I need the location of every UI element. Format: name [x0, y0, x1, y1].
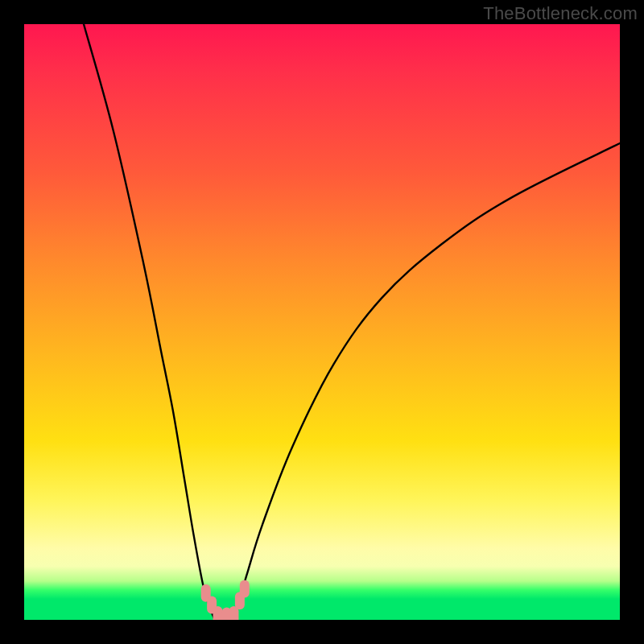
chart-curves-svg: [24, 24, 620, 620]
bottom-markers: [201, 580, 250, 620]
chart-frame: TheBottleneck.com: [0, 0, 644, 644]
chart-plot-area: [24, 24, 620, 620]
bottom-marker-7: [240, 580, 250, 598]
curve-left: [84, 24, 215, 620]
curve-right: [233, 143, 620, 620]
watermark-text: TheBottleneck.com: [483, 3, 638, 24]
bottom-marker-3: [213, 606, 223, 620]
